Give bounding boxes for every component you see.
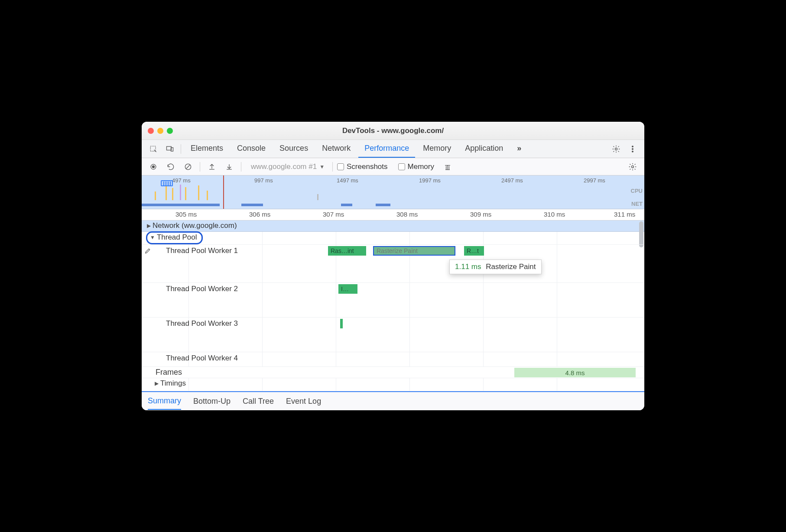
overview-tick: 2497 ms <box>501 177 523 184</box>
task-tooltip: 1.11 ms Rasterize Paint <box>449 260 542 274</box>
svg-point-10 <box>632 165 634 168</box>
worker-row: Thread Pool Worker 4 <box>142 352 644 367</box>
tooltip-duration: 1.11 ms <box>455 263 481 271</box>
load-profile-icon[interactable] <box>205 160 219 173</box>
save-profile-icon[interactable] <box>222 160 237 173</box>
settings-gear-icon[interactable] <box>609 143 624 156</box>
flame-chart-area[interactable]: ▶ Network (ww.google.com) ▼ Thread Pool … <box>142 221 644 391</box>
worker-row: Thread Pool Worker 3 <box>142 318 644 352</box>
tab-network[interactable]: Network <box>316 140 357 158</box>
tab-elements[interactable]: Elements <box>185 140 229 158</box>
overview-tick: 1997 ms <box>419 177 441 184</box>
inspect-icon[interactable] <box>146 143 161 156</box>
tabs-overflow-button[interactable]: » <box>511 140 527 158</box>
record-button-icon[interactable] <box>146 160 161 173</box>
device-toggle-icon[interactable] <box>162 143 177 156</box>
timings-label: Timings <box>160 379 186 388</box>
overview-tick: 497 ms <box>172 177 191 184</box>
memory-checkbox[interactable] <box>398 163 405 170</box>
profile-selector[interactable]: www.google.com #1 ▼ <box>246 161 328 173</box>
task-bar[interactable]: I… <box>338 284 357 294</box>
worker-name: Thread Pool Worker 1 <box>166 247 238 255</box>
expand-triangle-icon: ▶ <box>155 380 159 386</box>
overview-tick: 997 ms <box>254 177 273 184</box>
screenshots-label: Screenshots <box>347 162 388 171</box>
screenshots-checkbox[interactable] <box>337 163 344 170</box>
ruler-tick: 311 ms <box>614 211 635 218</box>
tab-summary[interactable]: Summary <box>148 393 181 410</box>
tab-memory[interactable]: Memory <box>417 140 457 158</box>
chevron-down-icon: ▼ <box>319 164 325 170</box>
svg-point-5 <box>632 148 633 149</box>
frame-bar[interactable]: 4.8 ms <box>514 368 636 377</box>
worker-row: Thread Pool Worker 1 Ras…int Rasterize P… <box>142 245 644 283</box>
tab-performance[interactable]: Performance <box>358 140 415 158</box>
divider <box>241 162 241 172</box>
threadpool-label: Thread Pool <box>157 233 197 242</box>
network-track-header[interactable]: ▶ Network (ww.google.com) <box>142 221 644 232</box>
tab-sources[interactable]: Sources <box>273 140 314 158</box>
overview-net-label: NET <box>631 201 643 207</box>
overview-selection-handle[interactable] <box>161 180 173 186</box>
edit-pencil-icon[interactable] <box>144 247 151 256</box>
task-bar[interactable]: Ras…int <box>328 246 366 256</box>
tab-application[interactable]: Application <box>459 140 509 158</box>
divider <box>332 162 333 172</box>
worker-name: Thread Pool Worker 4 <box>166 354 238 363</box>
task-bar[interactable] <box>340 319 343 328</box>
network-track-label: Network (ww.google.com) <box>153 221 237 230</box>
tab-event-log[interactable]: Event Log <box>286 393 321 409</box>
ruler-tick: 310 ms <box>544 211 565 218</box>
expand-triangle-icon: ▶ <box>147 223 151 229</box>
ruler-tick: 307 ms <box>323 211 344 218</box>
details-tabbar: Summary Bottom-Up Call Tree Event Log <box>142 391 644 410</box>
kebab-menu-icon[interactable] <box>625 143 640 156</box>
frames-label: Frames <box>156 368 182 377</box>
ruler-tick: 308 ms <box>396 211 418 218</box>
overview-tick: 2997 ms <box>584 177 605 184</box>
svg-point-3 <box>615 148 617 150</box>
ruler-tick: 306 ms <box>249 211 270 218</box>
ruler-tick: 305 ms <box>175 211 197 218</box>
overview-cpu-label: CPU <box>631 188 643 194</box>
tab-console[interactable]: Console <box>231 140 272 158</box>
task-bar-selected[interactable]: Rasterize Paint <box>373 246 455 256</box>
overview-tick: 1497 ms <box>337 177 358 184</box>
reload-record-icon[interactable] <box>163 160 178 173</box>
panel-tabs: Elements Console Sources Network Perform… <box>142 140 644 158</box>
garbage-collect-icon[interactable] <box>440 160 455 173</box>
svg-point-6 <box>632 151 633 152</box>
threadpool-header[interactable]: ▼ Thread Pool <box>142 232 644 245</box>
svg-point-4 <box>632 146 633 147</box>
worker-name: Thread Pool Worker 3 <box>166 319 238 328</box>
window-title: DevTools - www.google.com/ <box>142 127 644 135</box>
divider <box>181 144 181 154</box>
worker-row: Thread Pool Worker 2 I… <box>142 283 644 318</box>
worker-name: Thread Pool Worker 2 <box>166 285 238 293</box>
detail-ruler[interactable]: 305 ms 306 ms 307 ms 308 ms 309 ms 310 m… <box>142 209 644 221</box>
profile-selector-value: www.google.com #1 <box>251 162 317 171</box>
tooltip-name: Rasterize Paint <box>486 263 536 271</box>
tab-bottom-up[interactable]: Bottom-Up <box>193 393 231 409</box>
devtools-window: DevTools - www.google.com/ Elements Cons… <box>142 122 644 410</box>
collapse-triangle-icon: ▼ <box>150 234 155 240</box>
memory-label: Memory <box>408 162 434 171</box>
capture-settings-gear-icon[interactable] <box>625 160 640 173</box>
overview-marker <box>223 175 224 209</box>
svg-point-8 <box>153 165 155 168</box>
performance-toolbar: www.google.com #1 ▼ Screenshots Memory <box>142 158 644 175</box>
svg-rect-1 <box>167 146 172 150</box>
ruler-tick: 309 ms <box>470 211 491 218</box>
frames-track[interactable]: Frames 4.8 ms <box>142 367 644 378</box>
overview-timeline[interactable]: 497 ms 997 ms 1497 ms 1997 ms 2497 ms 29… <box>142 175 644 209</box>
clear-icon[interactable] <box>181 160 195 173</box>
divider <box>200 162 200 172</box>
titlebar: DevTools - www.google.com/ <box>142 122 644 140</box>
tab-call-tree[interactable]: Call Tree <box>243 393 274 409</box>
task-bar[interactable]: R…t <box>464 246 484 256</box>
timings-track-header[interactable]: ▶ Timings <box>142 378 644 391</box>
threadpool-badge[interactable]: ▼ Thread Pool <box>146 231 203 244</box>
